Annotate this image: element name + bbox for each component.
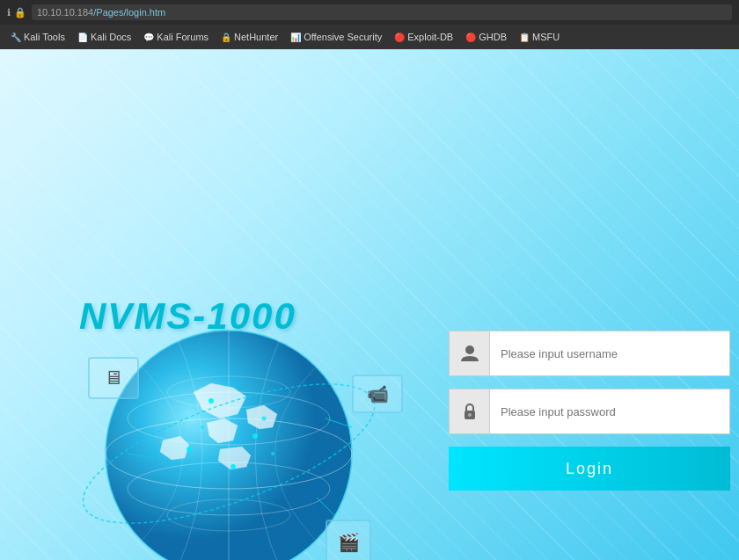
password-group [449, 389, 730, 434]
bookmark-label: Kali Docs [91, 32, 131, 42]
monitor-icon: 🖥 [104, 367, 123, 389]
bookmark-ghdb[interactable]: 🔴 GHDB [460, 30, 512, 44]
login-panel: Login [449, 331, 730, 491]
bookmark-label: NetHunter [234, 32, 278, 42]
bookmark-kali-tools[interactable]: 🔧 Kali Tools [5, 30, 70, 44]
bookmark-msfu[interactable]: 📋 MSFU [514, 30, 565, 44]
svg-point-24 [465, 345, 474, 354]
exploitdb-icon: 🔴 [394, 33, 405, 42]
globe-area: 🖥 📹 🎬 [70, 322, 440, 560]
camera-icon-box: 📹 [352, 375, 403, 413]
url-host: 10.10.10.184 [37, 7, 93, 18]
page-content: NVMS-1000 🖥 📹 🎬 [0, 49, 739, 560]
reel-icon: 🎬 [338, 532, 360, 553]
msfu-icon: 📋 [519, 33, 530, 42]
kali-docs-icon: 📄 [77, 33, 88, 42]
bookmark-label: Kali Forums [157, 32, 209, 42]
bookmark-label: Offensive Security [304, 32, 382, 42]
kali-tools-icon: 🔧 [11, 33, 21, 42]
browser-chrome: ℹ 🔒 10.10.10.184 /Pages/login.htm [0, 0, 739, 25]
bookmark-kali-docs[interactable]: 📄 Kali Docs [72, 30, 136, 44]
login-button[interactable]: Login [449, 447, 730, 491]
bookmark-exploit-db[interactable]: 🔴 Exploit-DB [389, 30, 458, 44]
bookmark-label: Kali Tools [24, 32, 65, 42]
url-path: /Pages/login.htm [93, 7, 165, 18]
svg-point-26 [468, 413, 472, 417]
user-icon [450, 331, 490, 375]
kali-forums-icon: 💬 [143, 33, 154, 42]
ghdb-icon: 🔴 [465, 33, 476, 42]
browser-security-icons: ℹ 🔒 [7, 7, 26, 18]
lock-icon: 🔒 [14, 7, 26, 18]
bookmark-label: GHDB [479, 32, 507, 42]
nethunter-icon: 🔒 [221, 33, 231, 42]
username-input[interactable] [490, 331, 729, 375]
bookmark-nethunter[interactable]: 🔒 NetHunter [216, 30, 283, 44]
password-input[interactable] [490, 389, 729, 433]
offsec-icon: 📊 [290, 33, 301, 42]
bookmarks-bar: 🔧 Kali Tools 📄 Kali Docs 💬 Kali Forums 🔒… [0, 25, 739, 49]
monitor-icon-box: 🖥 [88, 357, 139, 399]
bookmark-offensive-security[interactable]: 📊 Offensive Security [285, 30, 387, 44]
info-icon: ℹ [7, 7, 11, 18]
bookmark-label: Exploit-DB [407, 32, 453, 42]
address-bar[interactable]: 10.10.10.184 /Pages/login.htm [32, 4, 732, 20]
camera-icon: 📹 [367, 383, 389, 404]
username-group [449, 331, 730, 376]
reel-icon-box: 🎬 [326, 520, 371, 560]
bookmark-label: MSFU [532, 32, 560, 42]
bookmark-kali-forums[interactable]: 💬 Kali Forums [138, 30, 214, 44]
lock-field-icon [450, 389, 490, 433]
